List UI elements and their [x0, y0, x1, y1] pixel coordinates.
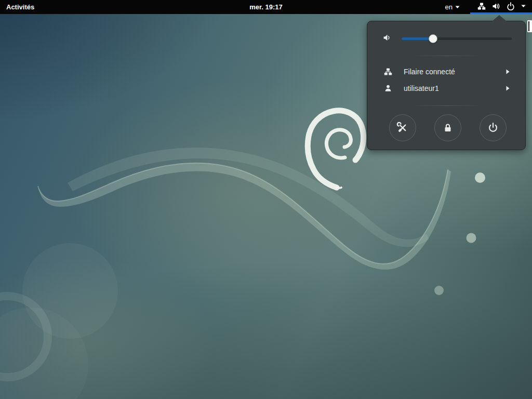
- system-action-buttons: [367, 114, 525, 141]
- power-icon: [507, 2, 515, 10]
- keyboard-layout-indicator[interactable]: en: [440, 0, 465, 14]
- volume-slider[interactable]: [402, 37, 512, 40]
- lock-button[interactable]: [434, 114, 461, 141]
- network-wired-icon: [477, 2, 486, 10]
- volume-row: [367, 31, 525, 46]
- submenu-arrow-icon: [506, 69, 510, 74]
- chevron-down-icon: [455, 6, 460, 9]
- system-status-area[interactable]: [470, 0, 532, 14]
- settings-button[interactable]: [389, 114, 416, 141]
- clock[interactable]: mer. 19:17: [249, 3, 283, 11]
- network-menu-label: Filaire connecté: [404, 68, 506, 76]
- settings-tools-icon: [396, 122, 409, 134]
- activities-button[interactable]: Activités: [0, 0, 41, 14]
- chevron-down-icon: [521, 5, 526, 8]
- keyboard-layout-label: en: [445, 3, 453, 11]
- network-menu-item[interactable]: Filaire connecté: [371, 63, 522, 80]
- system-menu-popover: Filaire connecté utilisateur1: [367, 21, 526, 150]
- user-menu-item[interactable]: utilisateur1: [371, 80, 522, 97]
- volume-slider-handle[interactable]: [429, 34, 437, 43]
- power-button[interactable]: [480, 114, 507, 141]
- volume-high-icon: [492, 2, 500, 10]
- volume-slider-fill: [402, 37, 433, 40]
- wallpaper-dot: [434, 286, 444, 295]
- mouse-cursor: [527, 20, 532, 32]
- power-icon: [487, 122, 499, 134]
- network-wired-icon: [384, 68, 392, 76]
- user-icon: [384, 84, 392, 92]
- submenu-arrow-icon: [506, 86, 510, 91]
- wallpaper-dot: [475, 172, 485, 183]
- user-menu-label: utilisateur1: [404, 84, 506, 92]
- menu-separator: [413, 56, 481, 56]
- popover-arrow: [492, 15, 507, 21]
- wave-band-faint: [68, 148, 429, 247]
- wallpaper-dot: [467, 233, 476, 243]
- volume-low-icon: [383, 33, 392, 42]
- top-bar: Activités mer. 19:17 en: [0, 0, 532, 14]
- panel-right-section: en: [440, 0, 532, 14]
- debian-swirl-logo: [308, 111, 363, 188]
- menu-separator: [413, 105, 481, 106]
- lock-icon: [442, 122, 454, 134]
